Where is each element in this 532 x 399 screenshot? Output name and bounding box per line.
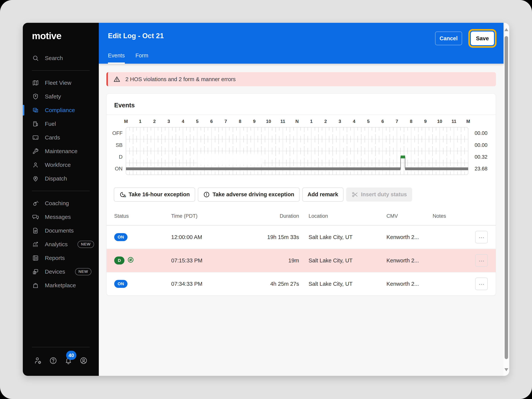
page-background: motive Search Fleet View Safety Com: [0, 0, 532, 399]
add-remark-button[interactable]: Add remark: [302, 188, 343, 202]
svg-text:M: M: [124, 119, 128, 124]
events-card: Events M1234567891011N1234567891011MOFF0…: [106, 94, 496, 296]
notification-count-badge: 40: [66, 351, 76, 360]
table-row: ON 07:34:33 PM 4h 25m 27s Salt Lake City…: [107, 272, 496, 295]
sidebar-item-devices[interactable]: Devices NEW: [23, 265, 99, 279]
cell-location: Salt Lake City, UT: [299, 234, 386, 240]
svg-text:4: 4: [182, 119, 184, 124]
col-location: Location: [299, 213, 386, 219]
save-button[interactable]: Save: [471, 32, 494, 45]
events-table: Status Time (PDT) Duration Location CMV …: [107, 207, 496, 295]
sidebar-item-label: Marketplace: [45, 282, 76, 289]
sidebar-item-label: Messages: [45, 214, 71, 220]
sidebar-item-coaching[interactable]: Coaching: [23, 196, 99, 210]
violation-banner: 2 HOS violations and 2 form & manner err…: [106, 72, 496, 86]
sidebar-item-messages[interactable]: Messages: [23, 210, 99, 224]
scroll-down-arrow[interactable]: [504, 368, 508, 371]
chat-bubbles-icon: [32, 213, 39, 221]
document-icon: [32, 227, 39, 234]
svg-text:M: M: [466, 119, 470, 124]
sidebar-item-label: Fleet View: [45, 80, 71, 86]
sidebar-item-fuel[interactable]: Fuel: [23, 117, 99, 131]
admin-settings-icon[interactable]: [34, 356, 42, 365]
svg-text:00.32: 00.32: [475, 154, 488, 160]
sidebar-item-label: Workforce: [45, 162, 71, 168]
sidebar-item-label: Safety: [45, 93, 61, 100]
alert-circle-icon: [203, 191, 210, 198]
col-duration: Duration: [224, 213, 299, 219]
svg-text:1: 1: [139, 119, 141, 124]
take-adverse-driving-exception-button[interactable]: Take adverse driving exception: [198, 188, 300, 202]
tab-form[interactable]: Form: [135, 52, 148, 64]
auto-duty-icon: [127, 256, 134, 265]
dispatch-pin-icon: [32, 175, 39, 182]
notifications-bell-icon[interactable]: 40: [64, 356, 73, 365]
duty-status-chart: M1234567891011N1234567891011MOFF00.00SB0…: [107, 117, 496, 180]
take-16-hour-exception-button[interactable]: 16 Take 16-hour exception: [114, 188, 195, 202]
sidebar-nav: Search Fleet View Safety Compliance: [23, 51, 99, 347]
sidebar-item-analytics[interactable]: Analytics NEW: [23, 238, 99, 251]
svg-text:00.00: 00.00: [475, 130, 488, 136]
svg-text:7: 7: [396, 119, 398, 124]
sidebar-footer: 40: [23, 347, 99, 376]
main-content: Edit Log - Oct 21 Events Form Cancel Sav…: [99, 23, 504, 376]
svg-text:11: 11: [280, 119, 285, 124]
col-notes: Notes: [433, 213, 467, 219]
new-badge: NEW: [75, 268, 92, 275]
shield-icon: [32, 93, 39, 100]
events-card-title: Events: [107, 94, 496, 115]
help-icon[interactable]: [49, 356, 57, 365]
svg-text:5: 5: [367, 119, 370, 124]
sidebar-item-label: Compliance: [45, 107, 75, 114]
page-body: 2 HOS violations and 2 form & manner err…: [99, 64, 504, 376]
svg-text:SB: SB: [116, 142, 123, 148]
devices-icon: [32, 268, 39, 275]
sidebar-item-search[interactable]: Search: [23, 51, 99, 65]
sidebar-item-documents[interactable]: Documents: [23, 224, 99, 238]
sidebar-item-cards[interactable]: Cards: [23, 131, 99, 144]
svg-text:2: 2: [324, 119, 327, 124]
sidebar-item-label: Devices: [45, 268, 65, 275]
credit-card-icon: [32, 134, 39, 141]
scroll-up-arrow[interactable]: [504, 28, 508, 31]
tab-events[interactable]: Events: [108, 52, 125, 64]
cancel-button[interactable]: Cancel: [435, 32, 462, 45]
sidebar-item-label: Dispatch: [45, 175, 67, 182]
svg-text:8: 8: [410, 119, 412, 124]
scrollbar-thumb[interactable]: [505, 36, 508, 359]
sidebar-item-workforce[interactable]: Workforce: [23, 158, 99, 172]
sidebar: motive Search Fleet View Safety Com: [23, 23, 99, 376]
account-icon[interactable]: [79, 356, 88, 365]
insert-duty-status-button[interactable]: Insert duty status: [346, 188, 412, 202]
cell-cmv: Kenworth 2...: [386, 234, 433, 240]
chart-actions: 16 Take 16-hour exception Take adverse d…: [114, 188, 496, 202]
sidebar-item-label: Reports: [45, 255, 65, 261]
cell-cmv: Kenworth 2...: [386, 281, 433, 287]
col-status: Status: [107, 213, 171, 219]
svg-text:D: D: [119, 154, 122, 160]
sidebar-item-dispatch[interactable]: Dispatch: [23, 172, 99, 185]
wrench-icon: [32, 148, 39, 155]
sidebar-item-fleet-view[interactable]: Fleet View: [23, 76, 99, 90]
scrollbar[interactable]: [504, 23, 509, 376]
new-badge: NEW: [77, 241, 94, 248]
sidebar-item-reports[interactable]: Reports: [23, 251, 99, 265]
svg-text:16: 16: [124, 195, 126, 198]
sidebar-item-maintenance[interactable]: Maintenance: [23, 144, 99, 158]
row-actions-button[interactable]: ...: [475, 231, 488, 243]
sidebar-item-marketplace[interactable]: Marketplace: [23, 279, 99, 292]
svg-text:9: 9: [253, 119, 256, 124]
cell-cmv: Kenworth 2...: [386, 257, 433, 264]
svg-text:N: N: [295, 119, 299, 124]
motive-logo: motive: [32, 30, 99, 41]
row-actions-button[interactable]: ...: [475, 254, 488, 267]
cell-duration: 19h 15m 33s: [224, 234, 299, 240]
header-tabs: Events Form: [108, 52, 148, 64]
cell-duration: 4h 25m 27s: [224, 281, 299, 287]
svg-text:ON: ON: [115, 166, 122, 171]
sidebar-item-compliance[interactable]: Compliance: [23, 103, 99, 117]
shopping-bag-icon: [32, 282, 39, 289]
sidebar-item-safety[interactable]: Safety: [23, 90, 99, 103]
fuel-pump-icon: [32, 120, 39, 127]
row-actions-button[interactable]: ...: [475, 278, 488, 290]
